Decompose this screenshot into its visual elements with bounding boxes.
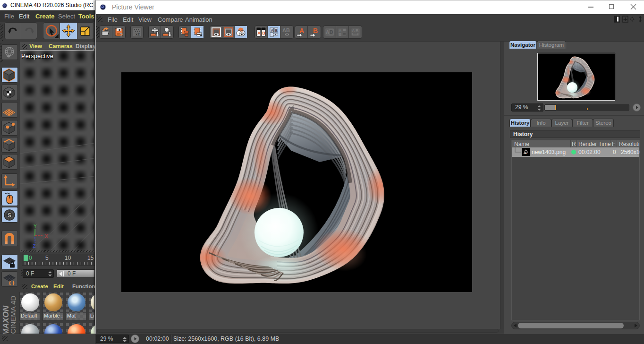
svg-text:Z: Z <box>33 243 36 248</box>
svg-text:A: A <box>271 28 274 33</box>
svg-text:A: A <box>258 31 261 35</box>
svg-text:D: D <box>330 30 333 35</box>
svg-text:B: B <box>275 28 278 33</box>
svg-text:S: S <box>8 212 11 219</box>
svg-text:B: B <box>313 27 318 34</box>
svg-text:B: B <box>263 31 266 35</box>
svg-text:A: A <box>352 28 355 33</box>
svg-text:B: B <box>356 28 359 33</box>
svg-text:A: A <box>326 30 329 35</box>
svg-text:x2: x2 <box>136 32 140 36</box>
svg-text:AB: AB <box>282 27 290 33</box>
svg-text:X: X <box>45 233 48 239</box>
svg-text:?: ? <box>119 32 123 38</box>
svg-text:Y: Y <box>34 224 37 229</box>
svg-text:B: B <box>339 32 342 37</box>
